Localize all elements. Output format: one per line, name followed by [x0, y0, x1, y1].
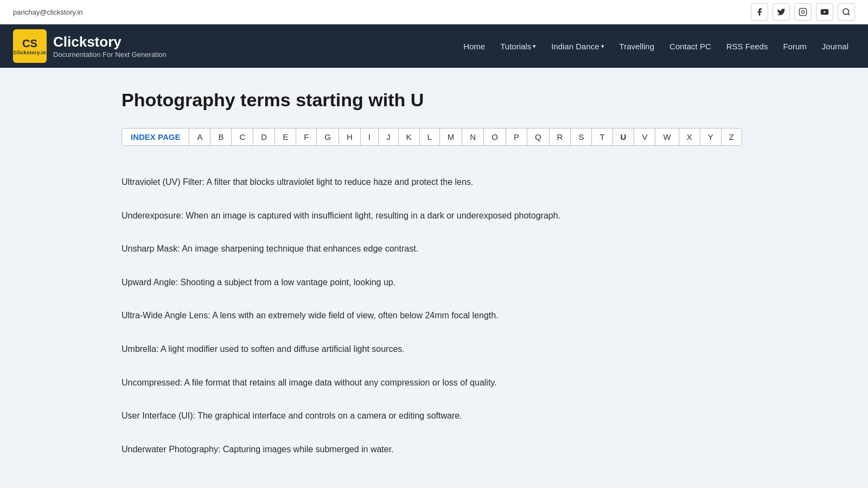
alpha-letter-m[interactable]: M — [440, 129, 463, 145]
term-item: Ultraviolet (UV) Filter: A filter that b… — [122, 165, 746, 199]
alpha-letter-h[interactable]: H — [339, 129, 361, 145]
email-display: parichay@clickstory.in — [13, 8, 83, 16]
index-page-link[interactable]: INDEX PAGE — [122, 129, 189, 145]
alpha-letter-k[interactable]: K — [399, 129, 420, 145]
term-item: Underwater Photography: Capturing images… — [122, 433, 746, 466]
alpha-letter-z[interactable]: Z — [722, 129, 742, 145]
alpha-letter-d[interactable]: D — [253, 129, 275, 145]
alpha-letter-g[interactable]: G — [317, 129, 339, 145]
nav-home[interactable]: Home — [457, 37, 492, 55]
svg-point-3 — [843, 9, 849, 15]
term-item: User Interface (UI): The graphical inter… — [122, 399, 746, 433]
youtube-icon[interactable] — [816, 3, 833, 21]
alpha-letter-f[interactable]: F — [296, 129, 317, 145]
alpha-letter-s[interactable]: S — [571, 129, 592, 145]
term-item: Underexposure: When an image is captured… — [122, 199, 746, 233]
logo-box: CS Clickstory.in — [13, 29, 47, 63]
main-content: Photography terms starting with U INDEX … — [108, 68, 760, 487]
alpha-letter-o[interactable]: O — [484, 129, 506, 145]
alpha-letter-a[interactable]: A — [189, 129, 210, 145]
terms-list: Ultraviolet (UV) Filter: A filter that b… — [122, 165, 746, 466]
instagram-icon[interactable] — [794, 3, 812, 21]
nav-rss[interactable]: RSS Feeds — [720, 37, 775, 55]
alpha-letter-v[interactable]: V — [634, 129, 655, 145]
alpha-letter-p[interactable]: P — [506, 129, 527, 145]
svg-line-4 — [848, 14, 850, 15]
top-bar: parichay@clickstory.in — [0, 0, 868, 24]
nav-forum[interactable]: Forum — [776, 37, 813, 55]
term-item: Uncompressed: A file format that retains… — [122, 366, 746, 400]
nav-journal[interactable]: Journal — [815, 37, 855, 55]
chevron-down-icon: ▾ — [601, 43, 604, 50]
twitter-icon[interactable] — [773, 3, 790, 21]
term-item: Upward Angle: Shooting a subject from a … — [122, 266, 746, 299]
alpha-letter-l[interactable]: L — [420, 129, 440, 145]
main-nav: Home Tutorials▾ Indian Dance▾ Travelling… — [457, 37, 855, 55]
alpha-letter-r[interactable]: R — [550, 129, 571, 145]
alpha-letter-n[interactable]: N — [462, 129, 484, 145]
facebook-icon[interactable] — [751, 3, 768, 21]
search-icon[interactable] — [838, 3, 855, 21]
alphabet-nav: INDEX PAGE ABCDEFGHIJKLMNOPQRSTUVWXYZ — [122, 128, 742, 146]
alpha-letter-x[interactable]: X — [679, 129, 700, 145]
term-item: Ultra-Wide Angle Lens: A lens with an ex… — [122, 299, 746, 332]
alpha-letter-w[interactable]: W — [655, 129, 679, 145]
alpha-letter-j[interactable]: J — [379, 129, 399, 145]
nav-travelling[interactable]: Travelling — [613, 37, 661, 55]
page-title: Photography terms starting with U — [122, 89, 746, 111]
alpha-letter-y[interactable]: Y — [700, 129, 722, 145]
social-icons-bar — [751, 3, 855, 21]
alpha-letter-t[interactable]: T — [592, 129, 612, 145]
term-item: Unsharp Mask: An image sharpening techni… — [122, 232, 746, 266]
logo-text: Clickstory Documentation For Next Genera… — [53, 34, 167, 59]
nav-indian-dance[interactable]: Indian Dance▾ — [545, 37, 610, 55]
site-title: Clickstory — [53, 34, 167, 50]
nav-contact[interactable]: Contact PC — [663, 37, 718, 55]
alpha-letter-u[interactable]: U — [613, 129, 635, 145]
chevron-down-icon: ▾ — [533, 43, 536, 50]
site-header: CS Clickstory.in Clickstory Documentatio… — [0, 24, 868, 68]
svg-rect-0 — [799, 8, 806, 15]
site-tagline: Documentation For Next Generation — [53, 50, 167, 59]
alpha-letter-c[interactable]: C — [232, 129, 253, 145]
alpha-letter-e[interactable]: E — [275, 129, 296, 145]
alpha-letter-i[interactable]: I — [361, 129, 379, 145]
nav-tutorials[interactable]: Tutorials▾ — [494, 37, 542, 55]
term-item: Umbrella: A light modifier used to softe… — [122, 332, 746, 366]
logo-sub-text: Clickstory.in — [14, 50, 46, 55]
alpha-letter-q[interactable]: Q — [527, 129, 550, 145]
alpha-letter-b[interactable]: B — [210, 129, 232, 145]
logo-area[interactable]: CS Clickstory.in Clickstory Documentatio… — [13, 29, 167, 63]
